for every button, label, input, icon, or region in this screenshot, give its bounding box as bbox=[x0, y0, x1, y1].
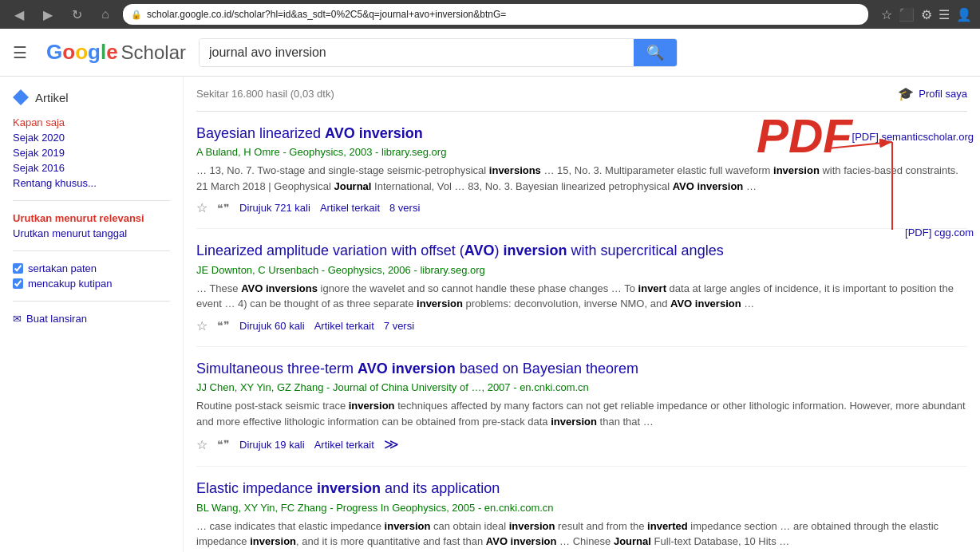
avo-strong-2: AVO bbox=[464, 242, 495, 258]
result-item: Linearized amplitude variation with offs… bbox=[196, 229, 967, 346]
results-header: Sekitar 16.800 hasil (0,03 dtk) 🎓 Profil… bbox=[196, 77, 967, 112]
result-meta-4: BL Wang, XY Yin, FC Zhang - Progress In … bbox=[196, 502, 967, 514]
gs-sidebar: Artikel Kapan saja Sejak 2020 Sejak 2019… bbox=[0, 77, 184, 552]
bookmark-icon[interactable]: ☆ bbox=[881, 7, 892, 22]
artikel-label: Artikel bbox=[35, 91, 69, 104]
envelope-icon: ✉ bbox=[13, 313, 22, 325]
include-patents-text: sertakan paten bbox=[28, 262, 97, 274]
date-filter-group: Kapan saja Sejak 2020 Sejak 2019 Sejak 2… bbox=[13, 115, 170, 191]
result-item: Elastic impedance inversion and its appl… bbox=[196, 467, 967, 552]
authors-1: A Buland, H Omre bbox=[196, 146, 280, 158]
filter-sejak-2016[interactable]: Sejak 2016 bbox=[13, 160, 170, 175]
results-count: Sekitar 16.800 hasil (0,03 dtk) bbox=[196, 88, 334, 100]
source-link-1[interactable]: library.seg.org bbox=[381, 146, 446, 158]
divider-3 bbox=[13, 301, 170, 302]
search-box: 🔍 bbox=[199, 38, 678, 67]
include-citations-text: mencakup kutipan bbox=[28, 278, 113, 290]
authors-4: BL Wang, XY Yin, FC Zhang bbox=[196, 502, 327, 514]
cited-link-2[interactable]: Dirujuk 60 kali bbox=[239, 320, 305, 332]
cite-btn-2[interactable]: ❝❞ bbox=[217, 319, 230, 332]
forward-button[interactable]: ▶ bbox=[37, 3, 59, 26]
sort-by-date[interactable]: Urutkan menurut tanggal bbox=[13, 226, 170, 241]
cited-link-1[interactable]: Dirujuk 721 kali bbox=[239, 202, 310, 214]
include-patents-label[interactable]: sertakan paten bbox=[13, 261, 170, 276]
help-icon[interactable]: ⚙ bbox=[921, 7, 932, 22]
star-btn-3[interactable]: ☆ bbox=[196, 437, 207, 452]
result-actions-2: ☆ ❝❞ Dirujuk 60 kali Artikel terkait 7 v… bbox=[196, 318, 967, 333]
include-patents-checkbox[interactable] bbox=[13, 263, 23, 274]
result-title-3[interactable]: Simultaneous three-term AVO inversion ba… bbox=[196, 360, 967, 378]
source-link-3[interactable]: en.cnki.com.cn bbox=[520, 381, 589, 393]
inv-strong-2: inversion bbox=[504, 242, 567, 258]
star-btn-1[interactable]: ☆ bbox=[196, 200, 207, 215]
gs-logo[interactable]: Google Scholar bbox=[46, 40, 186, 65]
cite-btn-1[interactable]: ❝❞ bbox=[217, 202, 230, 215]
email-alert-btn[interactable]: ✉ Buat lansiran bbox=[13, 311, 170, 326]
result-meta-3: JJ Chen, XY Yin, GZ Zhang - Journal of C… bbox=[196, 381, 967, 393]
filter-kapan-saja[interactable]: Kapan saja bbox=[13, 115, 170, 130]
more-btn-3[interactable]: ≫ bbox=[384, 436, 399, 453]
gs-results: Sekitar 16.800 hasil (0,03 dtk) 🎓 Profil… bbox=[184, 77, 980, 552]
related-link-2[interactable]: Artikel terkait bbox=[314, 320, 374, 332]
artikel-icon bbox=[13, 89, 29, 105]
result-title-4[interactable]: Elastic impedance inversion and its appl… bbox=[196, 479, 967, 498]
profil-saya-btn[interactable]: 🎓 Profil saya bbox=[898, 86, 967, 101]
versions-link-2[interactable]: 7 versi bbox=[384, 320, 414, 332]
avo-strong-3: AVO inversion bbox=[358, 361, 456, 377]
search-input[interactable] bbox=[200, 39, 634, 66]
pdf-link-1[interactable]: [PDF] semanticscholar.org bbox=[852, 131, 974, 143]
versions-link-1[interactable]: 8 versi bbox=[389, 202, 420, 214]
gs-main: Artikel Kapan saja Sejak 2020 Sejak 2019… bbox=[0, 77, 980, 552]
source-link-2[interactable]: library.seg.org bbox=[420, 264, 484, 276]
divider-1 bbox=[13, 200, 170, 201]
filter-sejak-2019[interactable]: Sejak 2019 bbox=[13, 145, 170, 160]
address-text: scholar.google.co.id/scholar?hl=id&as_sd… bbox=[147, 9, 860, 20]
home-button[interactable]: ⌂ bbox=[94, 3, 117, 26]
source-link-4[interactable]: en.cnki.com.cn bbox=[484, 502, 554, 514]
lock-icon: 🔒 bbox=[131, 10, 142, 20]
journal-2: Geophysics, 2006 bbox=[328, 264, 411, 276]
result-actions-1: ☆ ❝❞ Dirujuk 721 kali Artikel terkait 8 … bbox=[196, 200, 967, 215]
result-item: Simultaneous three-term AVO inversion ba… bbox=[196, 347, 967, 467]
divider-2 bbox=[13, 250, 170, 251]
lansiran-text: Buat lansiran bbox=[26, 313, 87, 325]
result-meta-1: A Buland, H Omre - Geophysics, 2003 - li… bbox=[196, 146, 967, 158]
search-button[interactable]: 🔍 bbox=[634, 39, 677, 66]
result-title-2[interactable]: Linearized amplitude variation with offs… bbox=[196, 242, 967, 260]
result-item: Bayesian linearized AVO inversion A Bula… bbox=[196, 112, 967, 229]
cite-btn-3[interactable]: ❝❞ bbox=[217, 438, 230, 451]
include-citations-label[interactable]: mencakup kutipan bbox=[13, 276, 170, 291]
related-link-1[interactable]: Artikel terkait bbox=[320, 202, 380, 214]
logo-scholar-text: Scholar bbox=[121, 41, 186, 64]
artikel-section: Artikel Kapan saja Sejak 2020 Sejak 2019… bbox=[0, 89, 183, 339]
result-snippet-4: … case indicates that elastic impedance … bbox=[196, 518, 967, 550]
account-icon[interactable]: 👤 bbox=[956, 7, 972, 22]
result-snippet-3: Routine post-stack seismic trace inversi… bbox=[196, 398, 967, 429]
pdf-link-2[interactable]: [PDF] cgg.com bbox=[905, 227, 974, 239]
authors-2: JE Downton, C Ursenbach bbox=[196, 264, 318, 276]
result-actions-3: ☆ ❝❞ Dirujuk 19 kali Artikel terkait ≫ bbox=[196, 436, 967, 453]
include-citations-checkbox[interactable] bbox=[13, 278, 23, 289]
filter-sejak-2020[interactable]: Sejak 2020 bbox=[13, 130, 170, 145]
related-link-3[interactable]: Artikel terkait bbox=[314, 439, 374, 451]
star-btn-2[interactable]: ☆ bbox=[196, 318, 207, 333]
artikel-title: Artikel bbox=[13, 89, 170, 105]
address-bar[interactable]: 🔒 scholar.google.co.id/scholar?hl=id&as_… bbox=[123, 4, 868, 25]
authors-3: JJ Chen, XY Yin, GZ Zhang bbox=[196, 381, 323, 393]
search-icon: 🔍 bbox=[646, 44, 664, 61]
journal-1: Geophysics, 2003 bbox=[289, 146, 372, 158]
main-menu-icon[interactable]: ☰ bbox=[13, 43, 27, 62]
sort-group: Urutkan menurut relevansi Urutkan menuru… bbox=[13, 211, 170, 241]
refresh-button[interactable]: ↻ bbox=[65, 3, 88, 26]
result-snippet-1: … 13, No. 7. Two-stage and single-stage … bbox=[196, 163, 967, 194]
extension-icon[interactable]: ⬛ bbox=[899, 7, 915, 22]
sort-relevance: Urutkan menurut relevansi bbox=[13, 211, 170, 226]
back-button[interactable]: ◀ bbox=[8, 3, 30, 26]
avo-strong-1: AVO inversion bbox=[325, 125, 423, 141]
cited-link-3[interactable]: Dirujuk 19 kali bbox=[239, 439, 305, 451]
profil-icon: 🎓 bbox=[898, 86, 914, 101]
menu-icon[interactable]: ☰ bbox=[939, 7, 950, 22]
inv-strong-4: inversion bbox=[317, 480, 381, 496]
filter-rentang-khusus[interactable]: Rentang khusus... bbox=[13, 175, 170, 191]
result-snippet-2: … These AVO inversions ignore the wavele… bbox=[196, 281, 967, 312]
